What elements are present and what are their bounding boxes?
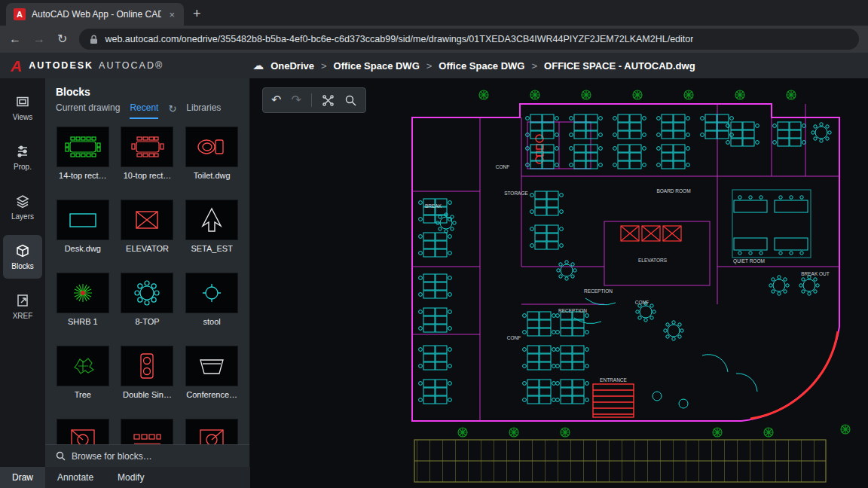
plan-red-elements: [536, 135, 838, 419]
block-item[interactable]: Tree: [54, 346, 112, 399]
block-thumb-red-chairs-icon: [121, 419, 173, 444]
block-item[interactable]: Desk.dwg: [54, 200, 112, 253]
label-quiet-room: QUIET ROOM: [733, 258, 765, 264]
block-thumb-red-door-icon: [185, 419, 238, 444]
browser-toolbar: ← → ↻ web.autocad.com/onedrive/355482b8-…: [0, 26, 868, 53]
xref-icon: [15, 293, 30, 308]
brand-autocad: AUTOCAD®: [99, 60, 164, 71]
close-tab-icon[interactable]: ×: [167, 9, 176, 20]
refresh-blocks-icon[interactable]: ↻: [168, 103, 176, 119]
bottom-ribbon: Draw Annotate Modify: [0, 467, 250, 488]
block-item[interactable]: SHRB 1: [54, 273, 112, 326]
lock-icon: [90, 35, 98, 44]
url-text: web.autocad.com/onedrive/355482b8-b5ba-4…: [105, 34, 693, 44]
breadcrumb-folder[interactable]: Office Space DWG: [334, 60, 420, 72]
search-icon: [56, 451, 66, 461]
tab-libraries[interactable]: Libraries: [186, 102, 221, 119]
label-conf-2: CONF: [635, 300, 649, 305]
floor-plan-drawing[interactable]: STORAGE BREAK BOARD ROOM QUIET ROOM ELEV…: [250, 78, 868, 488]
reload-icon[interactable]: ↻: [57, 33, 67, 45]
block-item[interactable]: [183, 419, 240, 444]
label-reception-1: RECEPTION: [584, 288, 613, 294]
block-item[interactable]: Toilet.dwg: [183, 127, 240, 180]
block-item[interactable]: SETA_EST: [183, 200, 240, 253]
canvas-quick-toolbar: ↶ ↷: [262, 87, 366, 113]
tab-draw[interactable]: Draw: [0, 467, 45, 488]
back-icon[interactable]: ←: [9, 33, 21, 45]
zoom-window-icon[interactable]: [344, 94, 357, 107]
sidebar-item-xref[interactable]: XREF: [3, 285, 42, 328]
breadcrumb-separator: >: [321, 60, 327, 72]
label-entrance: ENTRANCE: [600, 377, 627, 383]
label-conf-3: CONF: [507, 335, 521, 340]
block-item[interactable]: Conference…: [183, 346, 240, 399]
undo-icon[interactable]: ↶: [271, 94, 281, 106]
block-thumb-tree-icon: [57, 346, 109, 386]
views-icon: [15, 94, 30, 109]
block-label: 14-top rect…: [59, 171, 107, 180]
block-thumb-conference-icon: [185, 346, 238, 386]
new-tab-button[interactable]: +: [193, 7, 201, 20]
blocks-panel: Blocks Current drawing Recent ↻ Librarie…: [45, 78, 250, 467]
block-thumb-double-sink-icon: [121, 346, 173, 386]
tab-annotate[interactable]: Annotate: [45, 467, 105, 488]
block-label: Conference…: [186, 390, 237, 399]
block-item[interactable]: [54, 419, 112, 444]
plan-room-labels: STORAGE BREAK BOARD ROOM QUIET ROOM ELEV…: [425, 164, 830, 383]
measure-icon[interactable]: [322, 94, 335, 107]
label-reception-2: RECEPTION: [558, 308, 587, 313]
block-thumb-elevator-icon: [121, 200, 173, 240]
block-item[interactable]: ELEVATOR: [119, 200, 176, 253]
plan-trees: [458, 90, 850, 437]
block-label: stool: [203, 317, 221, 326]
tab-title: AutoCAD Web App - Online CAD: [32, 9, 161, 20]
browse-for-blocks[interactable]: Browse for blocks…: [45, 444, 249, 467]
tab-current-drawing[interactable]: Current drawing: [56, 102, 120, 119]
block-item[interactable]: 14-top rect…: [54, 127, 112, 180]
tab-recent[interactable]: Recent: [130, 102, 158, 119]
blocks-icon: [15, 243, 30, 258]
label-break: BREAK: [425, 203, 442, 209]
block-item[interactable]: stool: [183, 273, 240, 326]
block-label: Desk.dwg: [65, 244, 101, 253]
block-item[interactable]: 10-top rect…: [119, 127, 176, 180]
tab-modify[interactable]: Modify: [105, 467, 156, 488]
forward-icon[interactable]: →: [33, 33, 45, 45]
brand-autodesk: AUTODESK: [29, 60, 93, 71]
drawing-canvas[interactable]: ↶ ↷: [250, 78, 868, 488]
breadcrumb-separator: >: [426, 60, 432, 72]
sidebar-item-properties[interactable]: Prop.: [3, 136, 42, 179]
toolbar-divider: [311, 93, 312, 107]
label-break-out: BREAK OUT: [801, 271, 830, 276]
label-board-room: BOARD ROOM: [656, 188, 690, 194]
properties-icon: [15, 144, 30, 159]
breadcrumb-subfolder[interactable]: Office Space DWG: [439, 60, 524, 72]
block-thumb-14-top-rect-icon: [57, 127, 109, 167]
block-item[interactable]: 8-TOP: [119, 273, 176, 326]
plan-parking: [414, 440, 826, 482]
browse-for-blocks-label: Browse for blocks…: [72, 451, 152, 462]
sidebar-item-layers[interactable]: Layers: [3, 185, 42, 229]
sidebar-item-views[interactable]: Views: [3, 86, 42, 130]
sidebar-item-label: Layers: [11, 212, 34, 221]
sidebar-item-label: XREF: [13, 312, 33, 320]
redo-icon[interactable]: ↷: [291, 94, 301, 106]
block-item[interactable]: Double Sin…: [119, 346, 176, 399]
block-label: Tree: [75, 390, 91, 399]
breadcrumb-onedrive[interactable]: OneDrive: [270, 60, 314, 72]
blocks-grid: 14-top rect… 10-top rect…: [45, 119, 249, 444]
browser-tab[interactable]: A AutoCAD Web App - Online CAD ×: [6, 3, 184, 26]
browser-tab-strip: A AutoCAD Web App - Online CAD × +: [0, 0, 868, 26]
panel-title: Blocks: [45, 78, 249, 102]
block-label: SHRB 1: [68, 317, 98, 326]
sidebar-item-blocks[interactable]: Blocks: [3, 235, 42, 279]
block-label: 8-TOP: [135, 317, 159, 326]
block-label: ELEVATOR: [126, 244, 169, 253]
block-item[interactable]: [119, 419, 176, 444]
autocad-favicon-icon: A: [14, 8, 26, 20]
address-bar[interactable]: web.autocad.com/onedrive/355482b8-b5ba-4…: [79, 29, 859, 50]
block-thumb-red-door-icon: [57, 419, 109, 444]
plan-partitions: [412, 104, 839, 421]
block-thumb-stool-icon: [185, 273, 238, 313]
left-tool-rail: Views Prop. Layers Blocks XREF: [0, 78, 45, 488]
